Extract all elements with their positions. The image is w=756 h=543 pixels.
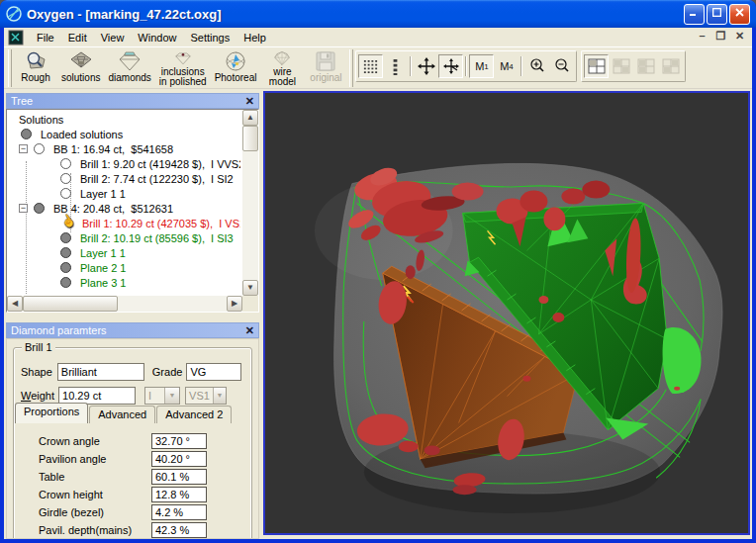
node-icon	[60, 188, 71, 199]
mdi-close-button[interactable]: ✕	[731, 30, 748, 45]
scroll-right-icon[interactable]: ▶	[227, 296, 242, 312]
zoom-out-button[interactable]	[549, 54, 574, 78]
menu-item[interactable]: Help	[236, 30, 273, 45]
rough-button[interactable]: Rough	[14, 48, 57, 88]
param-value-field[interactable]	[151, 504, 207, 520]
mdi-minimize-button[interactable]: –	[694, 30, 710, 45]
node-icon	[21, 129, 32, 139]
tree-item[interactable]: Brill 1: 9.20 ct (419428 $), I VVS2	[9, 156, 240, 171]
param-value-field[interactable]	[151, 487, 207, 502]
param-row: Girdle (bezel)	[7, 503, 258, 521]
chevron-down-icon: ▼	[164, 388, 179, 404]
expander-icon[interactable]: −	[19, 144, 28, 153]
node-icon	[34, 203, 45, 214]
tree-item[interactable]: Brill 1: 10.29 ct (427035 $), I VS1	[9, 216, 240, 230]
groupbox-label: Brill 1	[22, 341, 55, 353]
tree-item[interactable]: Plane 3 1	[9, 275, 240, 290]
node-icon	[60, 247, 71, 258]
tree-item[interactable]: Loaded solutions	[9, 127, 240, 141]
minimize-button[interactable]	[684, 4, 705, 25]
tab[interactable]: Proportions	[15, 403, 88, 423]
pan-icon	[418, 57, 435, 75]
tree-item-label: Brill 1: 10.29 ct (427035 $), I VS1	[82, 218, 240, 229]
menu-item[interactable]: Window	[131, 30, 183, 45]
shape-label: Shape	[21, 366, 52, 378]
inclusions-in-polished-button[interactable]: inclusions in polished	[155, 48, 211, 88]
tab[interactable]: Advanced 2	[156, 406, 232, 423]
document-icon[interactable]	[8, 30, 24, 45]
tree-item[interactable]: Layer 1 1	[9, 186, 240, 201]
scroll-up-icon[interactable]: ▲	[242, 110, 258, 126]
param-row: Pavilion angle	[7, 450, 258, 468]
param-value-field[interactable]	[151, 469, 207, 485]
column-mode-button[interactable]	[383, 54, 408, 78]
maximize-button[interactable]	[707, 4, 727, 25]
tree-root-label: Solutions	[9, 112, 240, 127]
grade-label: Grade	[152, 366, 183, 378]
layout-four-button	[658, 54, 683, 78]
tree-item[interactable]: Brill 2: 10.19 ct (85596 $), I SI3	[9, 230, 240, 245]
menu-item[interactable]: View	[94, 30, 132, 45]
node-icon	[60, 218, 73, 228]
param-label: Girdle (bezel)	[39, 506, 104, 518]
expander-icon[interactable]: −	[19, 204, 28, 213]
menu-item[interactable]: Edit	[61, 30, 94, 45]
scroll-down-icon[interactable]: ▼	[242, 280, 258, 296]
menu-bar-items: FileEditViewWindowSettingsHelp	[30, 30, 273, 45]
tree-item[interactable]: Plane 2 1	[9, 260, 240, 275]
grid-mode-button[interactable]	[358, 54, 383, 78]
tree-item-label: Brill 1: 9.20 ct (419428 $), I VVS2	[80, 158, 240, 170]
param-label: Pavilion angle	[39, 453, 107, 465]
tree-horizontal-scrollbar[interactable]: ◀ ▶	[7, 296, 242, 312]
scroll-left-icon[interactable]: ◀	[7, 296, 23, 312]
params-panel-titlebar[interactable]: Diamond paramters ✕	[6, 322, 259, 338]
menu-item[interactable]: File	[30, 30, 61, 45]
mdi-restore-button[interactable]: ❐	[712, 30, 729, 45]
tree-item-label: Layer 1 1	[80, 247, 126, 259]
m1-mode-button[interactable]: M1	[469, 54, 494, 78]
params-panel-close-icon[interactable]: ✕	[245, 325, 254, 335]
wire-model-button[interactable]: wire model	[260, 48, 304, 88]
tree-item[interactable]: Brill 2: 7.74 ct (122230 $), I SI2	[9, 171, 240, 186]
tree-panel-close-icon[interactable]: ✕	[245, 96, 254, 106]
diamonds-button[interactable]: diamonds	[104, 48, 154, 88]
layout-2-icon	[613, 58, 630, 74]
scrollbar-thumb[interactable]	[23, 296, 118, 312]
close-button[interactable]	[729, 4, 750, 25]
toolbar-grip[interactable]	[8, 49, 12, 87]
menu-item[interactable]: Settings	[183, 30, 236, 45]
tree-vertical-scrollbar[interactable]: ▲ ▼	[242, 110, 258, 296]
m4-mode-button[interactable]: M4	[494, 54, 519, 78]
shape-field[interactable]	[57, 363, 144, 381]
grade-field[interactable]	[186, 363, 241, 381]
pan-button[interactable]	[414, 54, 438, 78]
tree-item[interactable]: − BB 4: 20.48 ct, $512631	[9, 201, 240, 216]
tree-item-label: Plane 3 1	[80, 277, 126, 289]
param-value-field[interactable]	[151, 522, 207, 538]
tree-list: Solutions Loaded solutions − BB 1: 16.94…	[9, 112, 240, 294]
toolbar-grip[interactable]	[349, 49, 353, 87]
layout-single-button[interactable]	[584, 54, 609, 78]
photoreal-button[interactable]: Photoreal	[211, 48, 261, 88]
title-bar: Oxygen - [marking_47.22ct.oxg]	[0, 0, 756, 28]
scrollbar-thumb[interactable]	[242, 126, 258, 151]
param-label: Crown height	[39, 489, 103, 500]
zoom-in-button[interactable]	[524, 54, 549, 78]
param-row: Pavil. depth(mains)	[7, 521, 258, 539]
viewport-3d[interactable]	[263, 91, 750, 535]
original-button: original	[304, 48, 347, 88]
tab[interactable]: Advanced	[89, 406, 155, 423]
solutions-button[interactable]: solutions	[57, 48, 104, 88]
param-value-field[interactable]	[151, 451, 207, 467]
param-row: Crown height	[7, 486, 258, 503]
params-tabs: ProportionsAdvancedAdvanced 2	[15, 403, 254, 423]
tree-item[interactable]: − BB 1: 16.94 ct, $541658	[9, 141, 240, 156]
move-object-button[interactable]	[438, 54, 463, 78]
node-icon	[60, 277, 71, 288]
tree-panel-titlebar[interactable]: Tree ✕	[6, 93, 259, 109]
tree-panel-title: Tree	[11, 95, 33, 107]
param-value-field[interactable]	[151, 433, 207, 449]
param-label: Crown angle	[39, 435, 100, 447]
param-row: Table	[7, 468, 258, 486]
tree-item[interactable]: Layer 1 1	[9, 245, 240, 260]
